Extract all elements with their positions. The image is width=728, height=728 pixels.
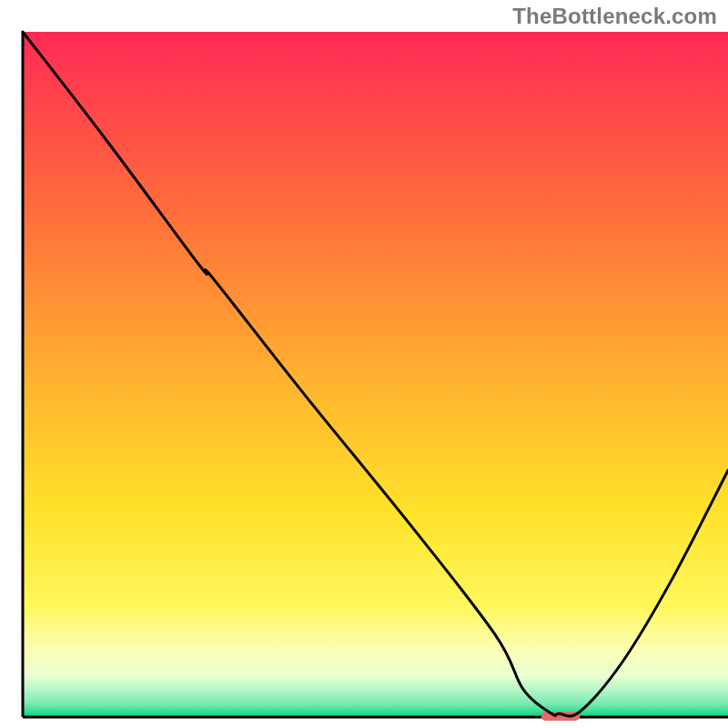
bottleneck-chart: TheBottleneck.com	[0, 0, 728, 728]
watermark-text: TheBottleneck.com	[512, 4, 717, 29]
plot-svg	[0, 0, 728, 728]
plot-background	[23, 32, 728, 717]
